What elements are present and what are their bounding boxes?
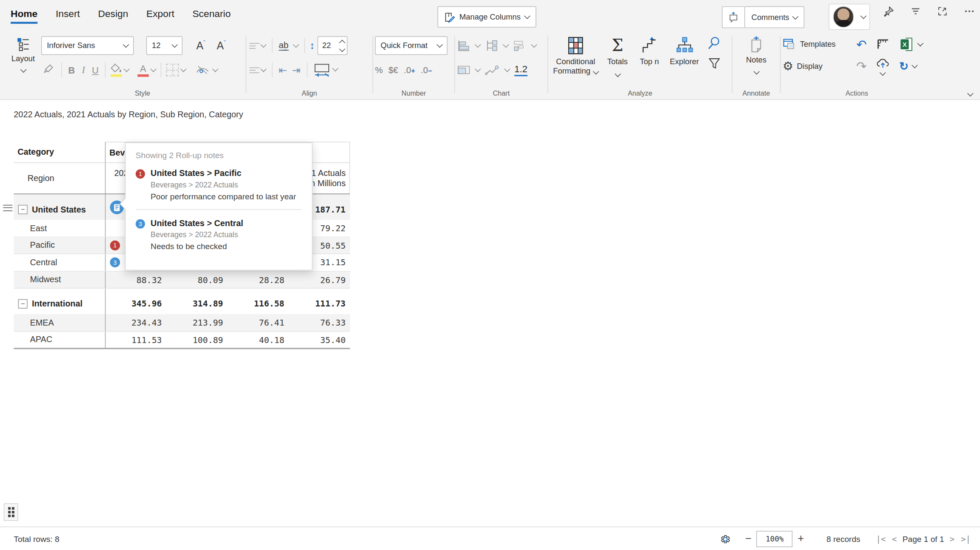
display-button[interactable]: ⚙ Display	[783, 58, 848, 74]
row-drag-handle-icon[interactable]	[3, 203, 12, 213]
conditional-formatting-button[interactable]: Conditional Formatting	[550, 31, 601, 88]
collapse-ribbon-icon[interactable]	[967, 90, 974, 96]
italic-button[interactable]: I	[79, 65, 88, 75]
value-cell[interactable]: 35.40	[289, 332, 350, 348]
undo-button[interactable]: ↶	[856, 36, 867, 52]
percent-format-button[interactable]: %	[375, 65, 383, 75]
value-cell[interactable]: 100.89	[166, 332, 228, 348]
row-label-cell[interactable]: East	[14, 220, 105, 236]
clear-formatting-button[interactable]	[194, 64, 211, 76]
bar-chart-button[interactable]	[457, 40, 470, 52]
first-page-button[interactable]: |<	[873, 534, 889, 544]
export-excel-button[interactable]: X	[899, 36, 922, 52]
fill-color-button[interactable]	[111, 63, 122, 77]
pin-icon[interactable]	[883, 6, 894, 17]
publish-button[interactable]	[875, 58, 890, 74]
value-cell[interactable]: 234.43	[105, 314, 166, 331]
visual-grip-handle[interactable]	[4, 503, 18, 521]
zoom-value-input[interactable]: 100%	[757, 531, 793, 547]
row-label-cell[interactable]: Midwest	[14, 271, 105, 288]
focus-mode-icon[interactable]	[937, 6, 948, 17]
table-row[interactable]: APAC 111.53 100.89 40.18 35.40	[14, 332, 350, 349]
value-cell[interactable]: 314.89	[166, 289, 228, 314]
tab-export[interactable]: Export	[146, 8, 174, 24]
add-comment-button[interactable]	[722, 6, 744, 28]
font-name-select[interactable]: Inforiver Sans	[41, 36, 134, 55]
header-region[interactable]: Region	[14, 163, 105, 194]
chevron-down-icon[interactable]	[150, 66, 157, 72]
decimal-places-button[interactable]: 1.2	[514, 64, 527, 76]
note-count-badge[interactable]: 3	[110, 258, 120, 268]
row-label-cell[interactable]: −International	[14, 289, 105, 314]
increase-indent-button[interactable]: ⇥	[291, 63, 302, 77]
zoom-out-button[interactable]: −	[740, 533, 756, 545]
ruler-button[interactable]	[876, 36, 890, 52]
top-n-button[interactable]: Top n	[634, 31, 665, 88]
row-label-cell[interactable]: Pacific	[14, 237, 105, 254]
header-category[interactable]: Category	[14, 142, 105, 163]
table-row[interactable]: Midwest 88.32 80.09 28.28 26.79	[14, 271, 350, 288]
last-page-button[interactable]: >|	[958, 534, 974, 544]
wrap-text-button[interactable]: ab →	[277, 37, 299, 54]
note-count-badge[interactable]: 1	[110, 240, 120, 250]
underline-button[interactable]: U	[91, 65, 100, 75]
rollup-note-item[interactable]: 3 United States > Central Beverages > 20…	[136, 218, 302, 251]
decrease-indent-button[interactable]: ⇤	[277, 63, 288, 77]
chevron-down-icon[interactable]	[212, 66, 219, 72]
refresh-button[interactable]: ↻	[899, 58, 922, 74]
borders-icon[interactable]	[166, 64, 179, 76]
tab-insert[interactable]: Insert	[56, 8, 80, 24]
tab-design[interactable]: Design	[98, 8, 128, 24]
value-cell[interactable]: 40.18	[228, 332, 289, 348]
explorer-button[interactable]: Explorer	[665, 31, 704, 88]
layout-button[interactable]: Layout	[5, 31, 41, 99]
bold-button[interactable]: B	[67, 65, 76, 75]
table-row[interactable]: EMEA 234.43 213.99 76.41 76.33	[14, 314, 350, 331]
table-row[interactable]: −International 345.96 314.89 116.58 111.…	[14, 289, 350, 314]
chevron-down-icon[interactable]	[180, 66, 187, 72]
manage-columns-button[interactable]: Manage Columns	[438, 6, 536, 28]
totals-button[interactable]: Σ Totals	[601, 31, 634, 88]
fit-width-button[interactable]	[312, 63, 331, 77]
next-page-button[interactable]: >	[946, 534, 957, 544]
value-cell[interactable]: 26.79	[289, 271, 350, 288]
vertical-align-button[interactable]	[248, 40, 267, 51]
collapse-toggle[interactable]: −	[18, 205, 28, 214]
row-label-cell[interactable]: −United States	[14, 194, 105, 220]
notes-button[interactable]: Notes	[735, 31, 778, 74]
rollup-note-item[interactable]: 1 United States > Pacific Beverages > 20…	[136, 168, 302, 201]
decrease-decimal-button[interactable]: .0−	[421, 65, 432, 75]
value-cell[interactable]: 116.58	[228, 289, 289, 314]
increase-decimal-button[interactable]: .0+	[404, 65, 415, 75]
value-cell[interactable]: 88.32	[105, 271, 166, 288]
sparkline-button[interactable]	[485, 64, 500, 75]
value-cell[interactable]: 213.99	[166, 314, 228, 331]
zoom-in-button[interactable]: +	[793, 533, 809, 545]
layout-chart-button[interactable]	[513, 40, 527, 52]
prev-page-button[interactable]: <	[889, 534, 900, 544]
quick-format-select[interactable]: Quick Format	[375, 36, 447, 55]
filter-button[interactable]	[708, 57, 721, 70]
font-size-select[interactable]: 12	[146, 36, 182, 55]
filter-lines-icon[interactable]	[910, 6, 921, 17]
value-cell[interactable]: 28.28	[228, 271, 289, 288]
format-painter-button[interactable]	[41, 63, 56, 77]
value-cell[interactable]: 111.73	[289, 289, 350, 314]
templates-button[interactable]: Templates	[783, 36, 848, 52]
row-height-stepper[interactable]	[340, 40, 344, 51]
hierarchy-chart-button[interactable]	[485, 40, 499, 52]
shrink-font-button[interactable]: Aˇ	[217, 39, 226, 52]
more-options-icon[interactable]	[964, 6, 975, 17]
row-label-cell[interactable]: Central	[14, 254, 105, 271]
font-color-button[interactable]: A	[137, 63, 148, 77]
row-height-input[interactable]: 22	[317, 36, 348, 55]
value-cell[interactable]: 345.96	[105, 289, 166, 314]
user-menu[interactable]	[829, 4, 870, 30]
value-cell[interactable]: 76.33	[289, 314, 350, 331]
collapse-toggle[interactable]: −	[18, 299, 28, 309]
value-cell[interactable]: 80.09	[166, 271, 228, 288]
value-cell[interactable]: 76.41	[228, 314, 289, 331]
chevron-down-icon[interactable]	[123, 66, 130, 72]
grow-font-button[interactable]: Aˆ	[196, 39, 205, 52]
comments-button[interactable]: Comments	[744, 6, 804, 28]
